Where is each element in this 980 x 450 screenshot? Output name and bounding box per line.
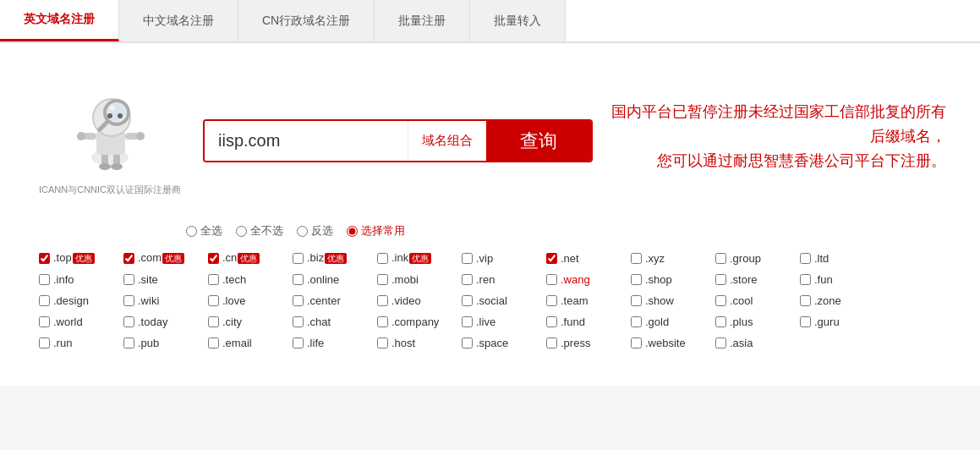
ext-label-press[interactable]: .press <box>561 337 590 349</box>
ext-label-xyz[interactable]: .xyz <box>645 252 665 265</box>
ext-label-ink[interactable]: .ink优惠 <box>391 251 431 265</box>
checkbox-zone[interactable] <box>800 295 811 306</box>
ext-label-guru[interactable]: .guru <box>814 316 840 328</box>
ext-label-cn[interactable]: .cn优惠 <box>222 251 260 265</box>
ext-label-zone[interactable]: .zone <box>814 294 841 307</box>
ext-label-mobi[interactable]: .mobi <box>391 273 419 286</box>
ext-label-show[interactable]: .show <box>645 294 674 307</box>
checkbox-guru[interactable] <box>800 316 811 327</box>
checkbox-xyz[interactable] <box>631 253 642 264</box>
ext-label-biz[interactable]: .biz优惠 <box>307 251 347 265</box>
checkbox-pub[interactable] <box>123 338 134 348</box>
checkbox-site[interactable] <box>123 274 134 285</box>
ext-label-host[interactable]: .host <box>391 337 415 349</box>
option-all[interactable]: 全选 <box>186 223 222 239</box>
ext-label-chat[interactable]: .chat <box>307 316 331 328</box>
checkbox-ltd[interactable] <box>800 253 811 264</box>
ext-label-tech[interactable]: .tech <box>222 273 246 286</box>
ext-label-plus[interactable]: .plus <box>730 316 753 328</box>
option-none[interactable]: 全不选 <box>236 223 283 239</box>
ext-label-social[interactable]: .social <box>476 294 507 307</box>
checkbox-video[interactable] <box>377 295 388 306</box>
ext-label-center[interactable]: .center <box>307 294 341 307</box>
ext-label-shop[interactable]: .shop <box>645 273 672 286</box>
checkbox-love[interactable] <box>208 295 219 306</box>
checkbox-com[interactable] <box>123 253 134 264</box>
checkbox-today[interactable] <box>123 316 134 327</box>
ext-label-top[interactable]: .top优惠 <box>53 251 95 265</box>
tab-batch-transfer[interactable]: 批量转入 <box>470 0 566 41</box>
ext-label-space[interactable]: .space <box>476 337 508 349</box>
checkbox-asia[interactable] <box>715 338 726 348</box>
checkbox-city[interactable] <box>208 316 219 327</box>
checkbox-mobi[interactable] <box>377 274 388 285</box>
tab-cn-domain[interactable]: 中文域名注册 <box>119 0 238 41</box>
checkbox-store[interactable] <box>715 274 726 285</box>
ext-label-group[interactable]: .group <box>730 252 761 265</box>
ext-label-life[interactable]: .life <box>307 337 324 349</box>
ext-label-info[interactable]: .info <box>53 273 74 286</box>
ext-label-ltd[interactable]: .ltd <box>814 252 829 265</box>
checkbox-show[interactable] <box>631 295 642 306</box>
ext-label-online[interactable]: .online <box>307 273 339 286</box>
checkbox-ren[interactable] <box>462 274 473 285</box>
checkbox-press[interactable] <box>546 338 557 348</box>
ext-label-email[interactable]: .email <box>222 337 252 349</box>
ext-label-net[interactable]: .net <box>561 252 579 265</box>
ext-label-run[interactable]: .run <box>53 337 72 349</box>
checkbox-info[interactable] <box>39 274 50 285</box>
checkbox-gold[interactable] <box>631 316 642 327</box>
ext-label-pub[interactable]: .pub <box>138 337 159 349</box>
checkbox-shop[interactable] <box>631 274 642 285</box>
checkbox-team[interactable] <box>546 295 557 306</box>
checkbox-wiki[interactable] <box>123 295 134 306</box>
checkbox-biz[interactable] <box>293 253 304 264</box>
checkbox-fun[interactable] <box>800 274 811 285</box>
checkbox-online[interactable] <box>293 274 304 285</box>
ext-label-asia[interactable]: .asia <box>730 337 753 349</box>
ext-label-website[interactable]: .website <box>645 337 686 349</box>
tab-batch-register[interactable]: 批量注册 <box>375 0 470 41</box>
ext-label-fun[interactable]: .fun <box>814 273 833 286</box>
checkbox-host[interactable] <box>377 338 388 348</box>
checkbox-vip[interactable] <box>462 253 473 264</box>
ext-label-fund[interactable]: .fund <box>561 316 585 328</box>
ext-label-world[interactable]: .world <box>53 316 83 328</box>
checkbox-run[interactable] <box>39 338 50 348</box>
search-button[interactable]: 查询 <box>486 121 591 161</box>
option-invert[interactable]: 反选 <box>297 223 333 239</box>
checkbox-fund[interactable] <box>546 316 557 327</box>
checkbox-design[interactable] <box>39 295 50 306</box>
ext-label-store[interactable]: .store <box>730 273 758 286</box>
checkbox-website[interactable] <box>631 338 642 348</box>
ext-label-city[interactable]: .city <box>222 316 242 328</box>
checkbox-group[interactable] <box>715 253 726 264</box>
checkbox-top[interactable] <box>39 253 50 264</box>
checkbox-wang[interactable] <box>546 274 557 285</box>
ext-label-love[interactable]: .love <box>222 294 245 307</box>
checkbox-ink[interactable] <box>377 253 388 264</box>
checkbox-company[interactable] <box>377 316 388 327</box>
ext-label-team[interactable]: .team <box>561 294 589 307</box>
ext-label-com[interactable]: .com优惠 <box>138 251 184 265</box>
ext-label-wang[interactable]: .wang <box>561 273 590 286</box>
checkbox-cn[interactable] <box>208 253 219 264</box>
ext-label-site[interactable]: .site <box>138 273 158 286</box>
ext-label-video[interactable]: .video <box>391 294 421 307</box>
checkbox-life[interactable] <box>293 338 304 348</box>
ext-label-wiki[interactable]: .wiki <box>138 294 159 307</box>
ext-label-cool[interactable]: .cool <box>730 294 753 307</box>
ext-label-today[interactable]: .today <box>138 316 167 328</box>
ext-label-vip[interactable]: .vip <box>476 252 493 265</box>
checkbox-live[interactable] <box>462 316 473 327</box>
checkbox-center[interactable] <box>293 295 304 306</box>
checkbox-plus[interactable] <box>715 316 726 327</box>
option-common[interactable]: 选择常用 <box>347 223 405 239</box>
tab-cn-admin-domain[interactable]: CN行政域名注册 <box>238 0 375 41</box>
checkbox-tech[interactable] <box>208 274 219 285</box>
checkbox-net[interactable] <box>546 253 557 264</box>
ext-label-company[interactable]: .company <box>391 316 439 328</box>
checkbox-chat[interactable] <box>293 316 304 327</box>
ext-label-ren[interactable]: .ren <box>476 273 495 286</box>
checkbox-space[interactable] <box>462 338 473 348</box>
